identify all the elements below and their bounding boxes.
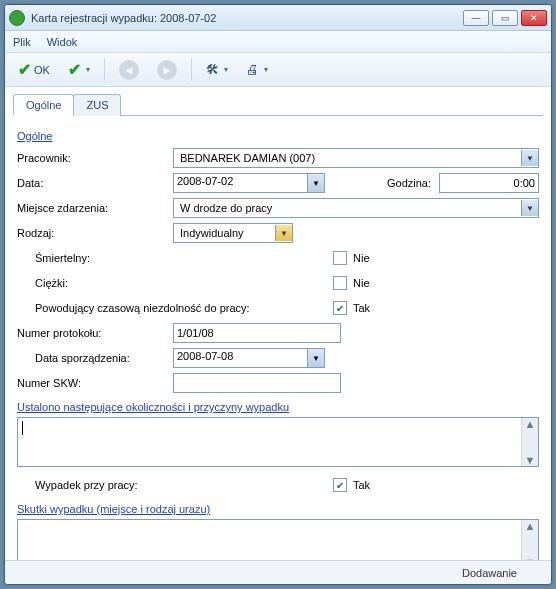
window-buttons: — ▭ ✕ (463, 10, 547, 26)
nav-forward-button[interactable]: ► (150, 57, 184, 83)
text-cursor (22, 421, 23, 435)
severe-checkbox[interactable]: Nie (333, 276, 370, 290)
section-effects: Skutki wypadku (miejsce i rodzaj urazu) (17, 503, 539, 515)
tab-zus[interactable]: ZUS (73, 94, 121, 116)
chevron-down-icon[interactable]: ▼ (307, 349, 324, 367)
kind-combo[interactable]: Indywidualny ▼ (173, 223, 293, 243)
chevron-down-icon[interactable]: ▼ (521, 200, 538, 216)
accident-at-work-text: Tak (353, 479, 370, 491)
status-mode: Dodawanie (462, 567, 517, 579)
titlebar[interactable]: Karta rejestracji wypadku: 2008-07-02 — … (5, 5, 551, 31)
event-place-value: W drodze do pracy (177, 202, 272, 214)
arrow-left-icon: ◄ (119, 60, 139, 80)
accident-at-work-checkbox[interactable]: ✔ Tak (333, 478, 370, 492)
toolbar: ✔ OK ✔ ▾ ◄ ► 🛠 ▾ 🖨 ▾ (5, 53, 551, 87)
prepared-date-field[interactable]: 2008-07-08 ▼ (173, 348, 325, 368)
label-prepared-date: Data sporządzenia: (17, 352, 173, 364)
label-skw-no: Numer SKW: (17, 377, 173, 389)
menu-view[interactable]: Widok (47, 36, 78, 48)
temp-disability-checkbox[interactable]: ✔ Tak (333, 301, 370, 315)
checkbox-checked-icon: ✔ (333, 478, 347, 492)
chevron-down-icon[interactable]: ▼ (521, 150, 538, 166)
tabstrip: Ogólne ZUS (13, 93, 543, 116)
app-window: Karta rejestracji wypadku: 2008-07-02 — … (4, 4, 552, 585)
menubar: Plik Widok (5, 31, 551, 53)
fatal-checkbox[interactable]: Nie (333, 251, 370, 265)
checkbox-checked-icon: ✔ (333, 301, 347, 315)
content-area: Ogólne ZUS Ogólne Pracownik: BEDNAREK DA… (5, 87, 551, 560)
kind-value: Indywidualny (177, 227, 244, 239)
scroll-down-icon[interactable]: ▼ (525, 556, 536, 560)
minimize-button[interactable]: — (463, 10, 489, 26)
printer-icon: 🖨 (246, 62, 259, 77)
hour-field[interactable] (439, 173, 539, 193)
ok-button[interactable]: ✔ OK (11, 57, 57, 83)
label-temp-disability: Powodujący czasową niezdolność do pracy: (17, 302, 333, 314)
scrollbar[interactable]: ▲▼ (521, 418, 538, 466)
label-protocol-no: Numer protokołu: (17, 327, 173, 339)
nav-back-button[interactable]: ◄ (112, 57, 146, 83)
date-value: 2008-07-02 (174, 174, 307, 192)
effects-textarea[interactable]: ▲▼ (17, 519, 539, 560)
checkbox-icon (333, 276, 347, 290)
label-date: Data: (17, 177, 173, 189)
scrollbar[interactable]: ▲▼ (521, 520, 538, 560)
menu-file[interactable]: Plik (13, 36, 31, 48)
separator (191, 59, 192, 81)
ok-label: OK (34, 64, 50, 76)
label-event-place: Miejsce zdarzenia: (17, 202, 173, 214)
chevron-down-icon[interactable]: ▼ (307, 174, 324, 192)
check-icon: ✔ (18, 60, 31, 79)
apply-button[interactable]: ✔ ▾ (61, 57, 97, 83)
fatal-text: Nie (353, 252, 370, 264)
print-button[interactable]: 🖨 ▾ (239, 57, 275, 83)
close-button[interactable]: ✕ (521, 10, 547, 26)
checkbox-icon (333, 251, 347, 265)
employee-value: BEDNAREK DAMIAN (007) (177, 152, 315, 164)
scroll-down-icon[interactable]: ▼ (525, 454, 536, 466)
tools-button[interactable]: 🛠 ▾ (199, 57, 235, 83)
check-icon: ✔ (68, 60, 81, 79)
label-accident-at-work: Wypadek przy pracy: (17, 479, 333, 491)
protocol-no-field[interactable] (173, 323, 341, 343)
label-fatal: Śmiertelny: (17, 252, 333, 264)
temp-disability-text: Tak (353, 302, 370, 314)
arrow-right-icon: ► (157, 60, 177, 80)
severe-text: Nie (353, 277, 370, 289)
prepared-date-value: 2008-07-08 (174, 349, 307, 367)
date-field[interactable]: 2008-07-02 ▼ (173, 173, 325, 193)
tools-icon: 🛠 (206, 62, 219, 77)
event-place-combo[interactable]: W drodze do pracy ▼ (173, 198, 539, 218)
chevron-down-icon[interactable]: ▼ (275, 225, 292, 241)
app-icon (9, 10, 25, 26)
label-severe: Ciężki: (17, 277, 333, 289)
section-circumstances: Ustalono następujące okoliczności i przy… (17, 401, 539, 413)
circumstances-textarea[interactable]: ▲▼ (17, 417, 539, 467)
chevron-down-icon: ▾ (86, 65, 90, 74)
label-employee: Pracownik: (17, 152, 173, 164)
label-kind: Rodzaj: (17, 227, 173, 239)
chevron-down-icon: ▾ (224, 65, 228, 74)
section-general: Ogólne (17, 130, 539, 142)
skw-no-field[interactable] (173, 373, 341, 393)
statusbar: Dodawanie (5, 560, 551, 584)
general-panel: Ogólne Pracownik: BEDNAREK DAMIAN (007) … (13, 116, 543, 560)
chevron-down-icon: ▾ (264, 65, 268, 74)
window-title: Karta rejestracji wypadku: 2008-07-02 (31, 12, 463, 24)
maximize-button[interactable]: ▭ (492, 10, 518, 26)
scroll-up-icon[interactable]: ▲ (525, 520, 536, 532)
separator (104, 59, 105, 81)
scroll-up-icon[interactable]: ▲ (525, 418, 536, 430)
employee-combo[interactable]: BEDNAREK DAMIAN (007) ▼ (173, 148, 539, 168)
tab-general[interactable]: Ogólne (13, 94, 74, 116)
label-hour: Godzina: (325, 177, 439, 189)
